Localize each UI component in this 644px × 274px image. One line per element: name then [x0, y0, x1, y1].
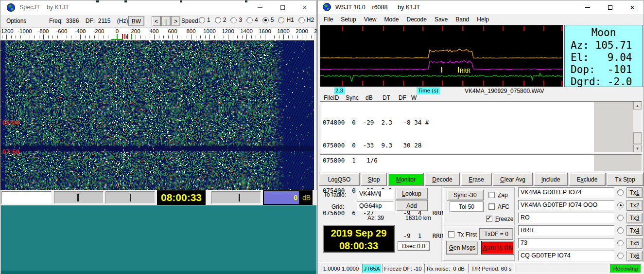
scale-tick-label: 1200: [222, 28, 234, 34]
add-button[interactable]: Add: [396, 200, 428, 211]
stop-button[interactable]: Stop: [361, 173, 387, 186]
speed-radio-2[interactable]: 2: [215, 17, 226, 23]
specjt-window: SpecJT by K1JT ✕ Options Freq: 3386 DF: …: [0, 0, 316, 274]
level-unit-label: dB: [302, 194, 311, 201]
minimize-button[interactable]: [249, 0, 271, 15]
maximize-button[interactable]: [599, 0, 621, 14]
zap-checkbox[interactable]: [488, 192, 495, 198]
tx1-message-input[interactable]: VK4MA GD0TEP IO74: [518, 187, 614, 198]
grid-input[interactable]: QG64kp: [357, 201, 394, 211]
scroll-left-button[interactable]: <: [152, 16, 161, 26]
menu-band[interactable]: Band: [452, 16, 473, 23]
tx6-message-input[interactable]: CQ GD0TEP IO74: [518, 251, 614, 261]
status-rx-noise: Rx noise: 0 dB: [424, 264, 467, 273]
menu-save[interactable]: Save: [431, 16, 452, 23]
tx3-message-input[interactable]: RO: [518, 213, 614, 223]
signal-graph[interactable]: RRR: [320, 25, 563, 87]
tx5-button[interactable]: Tx5: [627, 238, 643, 249]
brightness-slider[interactable]: [54, 191, 104, 204]
status-spacer: [516, 264, 609, 273]
col-db: dB: [366, 94, 373, 101]
tx2-message-input[interactable]: VK4MA GD0TEP IO74 OOO: [518, 200, 614, 210]
waterfall-canvas: [0, 40, 314, 190]
dsec-field[interactable]: Dsec 0.0: [398, 241, 430, 251]
close-button[interactable]: ✕: [294, 0, 316, 15]
tx6-radio[interactable]: [617, 253, 624, 259]
erase-button[interactable]: Erase: [461, 173, 492, 186]
tx4-radio[interactable]: [617, 227, 624, 234]
scroll-center-button[interactable]: |: [161, 16, 171, 26]
tx6-button[interactable]: Tx6: [627, 251, 643, 261]
include-button[interactable]: Include: [534, 173, 568, 186]
tx-stop-button[interactable]: Tx Stop: [607, 173, 644, 186]
bw-button[interactable]: BW: [128, 16, 144, 26]
speed-radio-3[interactable]: 3: [230, 17, 242, 23]
scale-tick-label: 1800: [277, 28, 290, 34]
monitor-button[interactable]: Monitor: [388, 173, 424, 186]
text-cursor: [380, 191, 381, 197]
average-text-area[interactable]: 075800 1 1/6: [320, 154, 642, 172]
speed-radio-4[interactable]: 4: [246, 17, 258, 23]
menu-help[interactable]: Help: [473, 16, 493, 23]
decode-row[interactable]: 074800 0 -29 2.3 -8 34 #: [323, 119, 443, 127]
wsjt-titlebar: WSJT 10.0 r6088 by K1JT ✕: [318, 0, 644, 14]
tx2-button[interactable]: Tx2: [627, 200, 643, 211]
lookup-button[interactable]: Lookup: [396, 188, 428, 200]
menu-mode[interactable]: Mode: [381, 16, 403, 23]
tx1-radio[interactable]: [617, 189, 624, 196]
tx3-button[interactable]: Tx3: [627, 213, 643, 223]
status-tr-period: T/R Period: 60 s: [468, 264, 515, 273]
tx2-radio[interactable]: [617, 202, 624, 208]
decode-scrollbar[interactable]: ▲ ▼: [633, 102, 642, 152]
exclude-button[interactable]: Exclude: [569, 173, 606, 186]
screen: SpecJT by K1JT ✕ Options Freq: 3386 DF: …: [0, 0, 644, 274]
auto-on-button[interactable]: Auto is ON: [481, 241, 514, 255]
txdf-button[interactable]: TxDF = 0: [479, 228, 513, 240]
minimize-button[interactable]: [576, 0, 599, 14]
close-button[interactable]: ✕: [621, 0, 644, 14]
col-fileid: FileID: [324, 94, 339, 101]
contrast-slider[interactable]: [105, 191, 155, 204]
tx5-radio[interactable]: [617, 240, 624, 246]
tx3-radio[interactable]: [617, 215, 624, 221]
log-qso-button[interactable]: Log QSO: [319, 173, 360, 186]
speed-radio-h1[interactable]: H1: [278, 17, 294, 23]
average-row[interactable]: 075800 1 1/6: [323, 157, 378, 164]
scroll-up-icon[interactable]: ▲: [633, 102, 642, 110]
scroll-down-icon[interactable]: ▼: [633, 145, 642, 152]
tx5-message-input[interactable]: 73: [518, 238, 614, 248]
gain-slider[interactable]: [211, 191, 261, 204]
slider-thumb[interactable]: [239, 194, 240, 201]
speed-radio-5[interactable]: 5: [262, 17, 274, 23]
menu-file[interactable]: File: [320, 16, 337, 23]
gen-msgs-button[interactable]: Gen Msgs: [446, 241, 478, 255]
maximize-button[interactable]: [271, 0, 294, 15]
freeze-checkbox[interactable]: ✓: [486, 216, 492, 222]
menu-setup[interactable]: Setup: [337, 16, 360, 23]
decode-button[interactable]: Decode: [425, 173, 460, 186]
tx4-message-input[interactable]: RRR: [518, 225, 614, 236]
to-radio-input[interactable]: VK4MA: [357, 189, 394, 199]
speed-radio-1[interactable]: 1: [199, 17, 210, 23]
afc-checkbox[interactable]: [488, 203, 495, 210]
options-menu[interactable]: Options: [6, 18, 26, 24]
scrollbar-thumb[interactable]: [633, 132, 642, 144]
waterfall-display[interactable]: 08:00 07:59: [0, 40, 314, 190]
sync-control[interactable]: Sync -30: [447, 190, 484, 201]
menu-decode[interactable]: Decode: [403, 16, 431, 23]
tx1-button[interactable]: Tx1: [627, 187, 643, 198]
slider-thumb[interactable]: [77, 194, 79, 201]
clear-avg-button[interactable]: Clear Avg: [493, 173, 533, 186]
decode-header-row: FileID Sync dB DT DF W: [318, 94, 644, 101]
scroll-right-button[interactable]: >: [171, 16, 180, 26]
decode-row[interactable]: 075000 0 -33 9.3 30 28: [323, 142, 443, 149]
speed-radio-h2[interactable]: H2: [298, 17, 314, 23]
status-receiving-badge: Receiving: [610, 264, 641, 273]
menu-view[interactable]: View: [360, 16, 381, 23]
time-axis-label: Time (s): [417, 87, 440, 94]
tx4-button[interactable]: Tx4: [627, 225, 643, 236]
tol-control[interactable]: Tol 50: [450, 201, 484, 212]
decode-text-area[interactable]: 074800 0 -29 2.3 -8 34 # 075000 0 -33 9.…: [320, 101, 642, 153]
tx-first-checkbox[interactable]: [448, 231, 454, 237]
slider-thumb[interactable]: [130, 194, 131, 201]
